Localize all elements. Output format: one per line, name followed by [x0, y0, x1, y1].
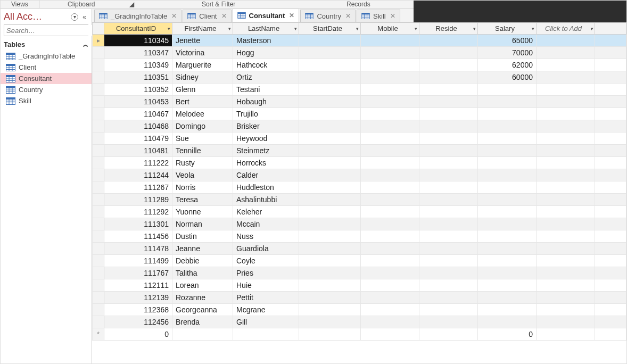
cell-salary[interactable]: 70000	[478, 47, 537, 59]
cell-consultantid[interactable]: 112456	[104, 316, 172, 328]
nav-item--gradinginfotable[interactable]: _GradingInfoTable	[1, 51, 92, 62]
cell-lastname[interactable]: Masterson	[233, 35, 299, 47]
cell-consultantid[interactable]: 110352	[104, 84, 172, 96]
cell-mobile[interactable]	[361, 84, 419, 96]
cell-firstname[interactable]: Tennille	[172, 145, 233, 157]
table-row[interactable]: 111456DustinNuss	[93, 230, 626, 243]
cell-consultantid[interactable]: 110481	[104, 145, 172, 157]
cell-add[interactable]	[537, 181, 595, 194]
cell-startdate[interactable]	[299, 279, 361, 292]
cell-reside[interactable]	[419, 145, 478, 157]
cell-salary[interactable]: 0	[478, 328, 537, 341]
cell-startdate[interactable]	[299, 145, 361, 157]
nav-item-consultant[interactable]: Consultant	[1, 73, 92, 84]
nav-item-client[interactable]: Client	[1, 62, 92, 73]
column-header-salary[interactable]: Salary▾	[478, 23, 537, 35]
cell-reside[interactable]	[419, 35, 478, 47]
tab-skill[interactable]: Skill✕	[357, 10, 400, 22]
cell-mobile[interactable]	[361, 304, 419, 316]
cell-startdate[interactable]	[299, 47, 361, 59]
cell-lastname[interactable]: Gill	[233, 316, 299, 328]
new-record-icon[interactable]: *	[93, 328, 104, 341]
table-row[interactable]: 110352GlennTestani	[93, 84, 626, 96]
cell-reside[interactable]	[419, 194, 478, 206]
tab-close-icon[interactable]: ✕	[390, 12, 395, 20]
cell-startdate[interactable]	[299, 194, 361, 206]
cell-lastname[interactable]: Hobaugh	[233, 96, 299, 108]
tab-close-icon[interactable]: ✕	[345, 12, 351, 20]
cell-startdate[interactable]	[299, 230, 361, 243]
cell-reside[interactable]	[419, 218, 478, 230]
cell-startdate[interactable]	[299, 35, 361, 47]
cell-lastname[interactable]: Pries	[233, 267, 299, 279]
row-selector[interactable]	[93, 96, 104, 108]
cell-add[interactable]	[537, 206, 595, 218]
nav-group-tables[interactable]: Tables ︽	[1, 39, 92, 49]
select-all-header[interactable]	[93, 23, 104, 35]
cell-mobile[interactable]	[361, 328, 419, 341]
cell-consultantid[interactable]: 111267	[104, 181, 172, 194]
cell-lastname[interactable]: Testani	[233, 84, 299, 96]
cell-lastname[interactable]: Ashalintubbi	[233, 194, 299, 206]
cell-lastname[interactable]: Mccain	[233, 218, 299, 230]
tab-close-icon[interactable]: ✕	[171, 12, 177, 20]
cell-add[interactable]	[537, 194, 595, 206]
cell-consultantid[interactable]: 111289	[104, 194, 172, 206]
cell-reside[interactable]	[419, 328, 478, 341]
cell-mobile[interactable]	[361, 169, 419, 181]
cell-reside[interactable]	[419, 230, 478, 243]
row-selector[interactable]	[93, 84, 104, 96]
column-header-lastname[interactable]: LastName▾	[233, 23, 299, 35]
cell-mobile[interactable]	[361, 157, 419, 169]
cell-add[interactable]	[537, 243, 595, 255]
cell-mobile[interactable]	[361, 59, 419, 71]
tab-country[interactable]: Country✕	[300, 10, 356, 22]
table-row[interactable]: 111289TeresaAshalintubbi	[93, 194, 626, 206]
cell-firstname[interactable]: Victorina	[172, 47, 233, 59]
cell-consultantid[interactable]: 111478	[104, 243, 172, 255]
cell-mobile[interactable]	[361, 47, 419, 59]
cell-mobile[interactable]	[361, 316, 419, 328]
cell-startdate[interactable]	[299, 206, 361, 218]
cell-salary[interactable]: 65000	[478, 35, 537, 47]
cell-lastname[interactable]: Hogg	[233, 47, 299, 59]
cell-salary[interactable]	[478, 243, 537, 255]
column-header-firstname[interactable]: FirstName▾	[172, 23, 233, 35]
cell-lastname[interactable]: Pettit	[233, 292, 299, 304]
table-row[interactable]: 110481TennilleSteinmetz	[93, 145, 626, 157]
row-selector[interactable]	[93, 230, 104, 243]
row-selector[interactable]	[93, 279, 104, 292]
cell-firstname[interactable]: Sidney	[172, 71, 233, 84]
cell-lastname[interactable]: Heywood	[233, 133, 299, 145]
cell-startdate[interactable]	[299, 133, 361, 145]
row-selector[interactable]	[93, 267, 104, 279]
cell-salary[interactable]	[478, 120, 537, 133]
row-selector[interactable]	[93, 304, 104, 316]
cell-firstname[interactable]: Sue	[172, 133, 233, 145]
cell-salary[interactable]	[478, 279, 537, 292]
cell-mobile[interactable]	[361, 218, 419, 230]
cell-lastname[interactable]: Coyle	[233, 255, 299, 267]
cell-add[interactable]	[537, 218, 595, 230]
column-dropdown-icon[interactable]: ▾	[294, 26, 297, 31]
column-header-reside[interactable]: Reside▾	[419, 23, 478, 35]
column-dropdown-icon[interactable]: ▾	[168, 26, 170, 31]
cell-salary[interactable]: 60000	[478, 71, 537, 84]
nav-collapse-button[interactable]: «	[80, 13, 88, 21]
cell-firstname[interactable]: Brenda	[172, 316, 233, 328]
cell-firstname[interactable]: Veola	[172, 169, 233, 181]
cell-startdate[interactable]	[299, 255, 361, 267]
cell-salary[interactable]	[478, 206, 537, 218]
cell-mobile[interactable]	[361, 255, 419, 267]
column-header-startdate[interactable]: StartDate▾	[299, 23, 361, 35]
cell-consultantid[interactable]: 110345	[104, 35, 172, 47]
cell-salary[interactable]	[478, 84, 537, 96]
cell-salary[interactable]	[478, 194, 537, 206]
table-row[interactable]: 111222RustyHorrocks	[93, 157, 626, 169]
column-header-mobile[interactable]: Mobile▾	[361, 23, 419, 35]
cell-firstname[interactable]: Lorean	[172, 279, 233, 292]
cell-salary[interactable]	[478, 267, 537, 279]
cell-firstname[interactable]: Domingo	[172, 120, 233, 133]
cell-consultantid[interactable]: 111499	[104, 255, 172, 267]
row-selector[interactable]: ▸	[93, 35, 104, 47]
